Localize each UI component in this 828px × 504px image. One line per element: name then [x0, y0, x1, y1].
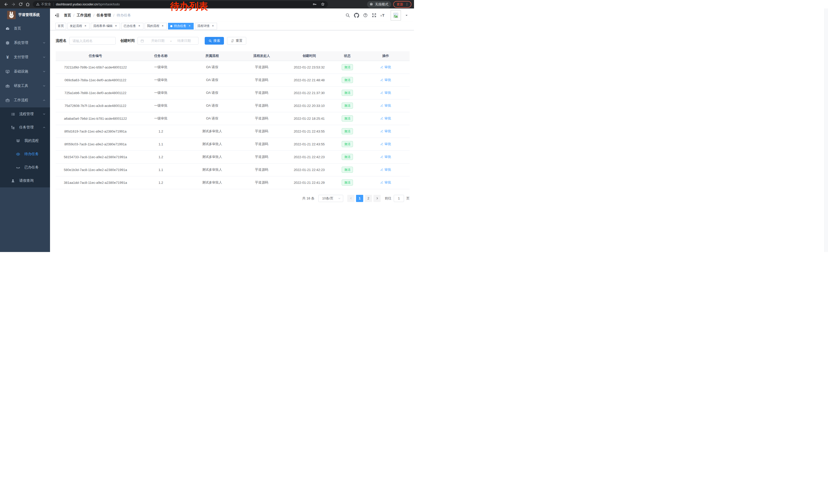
browser-reload-button[interactable]	[17, 1, 24, 8]
goto-page-input[interactable]	[394, 195, 404, 202]
approve-link[interactable]: 审批	[380, 168, 391, 172]
sidebar-item-devtools[interactable]: 研发工具	[0, 79, 50, 93]
next-page-button[interactable]	[373, 195, 381, 202]
tab-home[interactable]: 首页	[55, 23, 66, 30]
tab-close-icon[interactable]: ×	[211, 25, 215, 28]
chevron-icon	[43, 84, 46, 87]
browser-update-button[interactable]: 更新	[393, 1, 411, 8]
table-header-cell: 创建时间	[286, 51, 333, 61]
chevron-icon	[43, 99, 46, 102]
page-number-button[interactable]: 1	[356, 195, 363, 202]
tab-label: 已办任务	[124, 24, 136, 28]
search-button[interactable]: 搜索	[205, 37, 224, 45]
breadcrumb-link[interactable]: 任务管理	[97, 13, 111, 18]
tab-label: 首页	[58, 24, 64, 28]
active-tab-dot	[170, 25, 172, 27]
browser-back-button[interactable]	[3, 1, 10, 8]
sidebar-fold-icon[interactable]	[54, 13, 59, 18]
svg-text:T: T	[380, 15, 382, 17]
browser-home-button[interactable]	[24, 1, 31, 8]
briefcase-icon	[5, 98, 10, 102]
tab-close-icon[interactable]: ×	[188, 25, 191, 28]
status-badge: 激活	[342, 102, 353, 109]
help-icon[interactable]	[363, 13, 368, 18]
approve-link[interactable]: 审批	[380, 116, 391, 121]
approve-link[interactable]: 审批	[380, 180, 391, 185]
status-badge: 激活	[342, 116, 353, 122]
tab-form-edit[interactable]: 流程表单-编辑 ×	[91, 23, 120, 30]
table-row: 381aa1dd-7ac8-11ec-a9e2-a2380e71991a 1.2…	[56, 176, 410, 189]
fullscreen-icon[interactable]	[372, 13, 377, 18]
font-size-icon[interactable]: TT	[380, 13, 385, 18]
tab-done-task[interactable]: 已办任务 ×	[121, 23, 143, 30]
sidebar-item-home[interactable]: 首页	[0, 21, 50, 36]
end-date-placeholder[interactable]: 结束日期	[173, 39, 196, 43]
status-badge: 激活	[342, 179, 353, 186]
breadcrumb-separator: /	[73, 13, 74, 17]
github-icon[interactable]	[354, 13, 359, 18]
cell-task-name: 一级审批	[135, 86, 187, 99]
approve-link[interactable]: 审批	[380, 129, 391, 134]
date-range-picker[interactable]: 开始日期 - 结束日期	[137, 37, 199, 45]
approve-link[interactable]: 审批	[380, 65, 391, 70]
incognito-badge: 无痕模式	[367, 1, 391, 8]
approve-link[interactable]: 审批	[380, 142, 391, 146]
start-date-placeholder[interactable]: 开始日期	[146, 39, 169, 43]
sidebar-item-process-mgmt[interactable]: 流程管理	[0, 107, 50, 121]
sidebar-item-my-process[interactable]: 我的流程	[0, 134, 50, 147]
page-size-select[interactable]: 10条/页	[318, 195, 343, 202]
user-avatar[interactable]	[391, 10, 401, 20]
flow-icon	[11, 125, 15, 130]
tab-my-process[interactable]: 我的流程 ×	[145, 23, 167, 30]
sidebar-item-task-mgmt[interactable]: 任务管理	[0, 121, 50, 134]
table-header-cell: 任务编号	[56, 51, 135, 61]
breadcrumb: 首页 / 工作流程 / 任务管理 / 待办任务	[64, 13, 131, 18]
reset-button[interactable]: 重置	[227, 37, 246, 45]
breadcrumb-link[interactable]: 首页	[64, 13, 71, 18]
tab-close-icon[interactable]: ×	[161, 25, 164, 28]
prev-page-button[interactable]	[347, 195, 355, 202]
range-separator: -	[169, 39, 172, 43]
cell-initiator: 芋道源码	[238, 74, 286, 86]
cell-task-id: 725a1eb6-7b88-11ec-8ef0-acde48001122	[56, 86, 135, 99]
tab-close-icon[interactable]: ×	[137, 25, 141, 28]
security-warning[interactable]: 不安全	[36, 2, 51, 7]
tab-close-icon[interactable]: ×	[114, 25, 118, 28]
tab-process-detail[interactable]: 流程详情 ×	[195, 23, 217, 30]
approve-link[interactable]: 审批	[380, 103, 391, 108]
monitor-icon	[5, 70, 10, 74]
status-badge: 激活	[342, 141, 353, 147]
refresh-icon	[231, 39, 234, 43]
page-number-button[interactable]: 2	[365, 195, 372, 202]
approve-link[interactable]: 审批	[380, 91, 391, 95]
sidebar-item-todo-task[interactable]: 待办任务	[0, 147, 50, 161]
bookmark-star-icon[interactable]	[319, 1, 326, 8]
breadcrumb-link[interactable]: 工作流程	[77, 13, 91, 18]
tab-close-icon[interactable]: ×	[84, 25, 87, 28]
sidebar-item-infra[interactable]: 基础设施	[0, 64, 50, 79]
browser-menu-kebab-icon[interactable]	[405, 2, 409, 6]
sidebar-item-workflow[interactable]: 工作流程	[0, 93, 50, 107]
cell-task-id: 58154733-7ac8-11ec-a9e2-a2380e71991a	[56, 150, 135, 163]
address-bar[interactable]: 不安全 dashboard.yudao.iocoder.cn/bpm/task/…	[33, 1, 328, 7]
breadcrumb-link[interactable]: 待办任务	[117, 13, 131, 18]
sidebar-item-leave-query[interactable]: 请假查询	[0, 174, 50, 187]
cell-process: 测试多审批人	[187, 125, 238, 138]
password-key-icon[interactable]	[311, 1, 318, 8]
tab-start-process[interactable]: 发起流程 ×	[68, 23, 89, 30]
browser-forward-button[interactable]	[10, 1, 17, 8]
process-name-input[interactable]	[69, 37, 116, 45]
approve-link[interactable]: 审批	[380, 78, 391, 82]
sidebar-item-payment[interactable]: ¥ 支付管理	[0, 50, 50, 64]
cell-process: OA 请假	[187, 74, 238, 86]
app-logo[interactable]: 芋道管理系统	[0, 8, 50, 21]
cell-created: 2022-01-21 22:42:23	[286, 150, 333, 163]
sidebar-item-system[interactable]: 系统管理	[0, 36, 50, 50]
search-icon[interactable]	[345, 13, 350, 18]
warning-triangle-icon	[36, 2, 40, 6]
cell-process: 测试多审批人	[187, 176, 238, 189]
tab-todo-task[interactable]: 待办任务 ×	[168, 23, 194, 30]
user-menu-caret-icon[interactable]	[405, 13, 408, 17]
sidebar-item-done-task[interactable]: 已办任务	[0, 161, 50, 174]
approve-link[interactable]: 审批	[380, 154, 391, 159]
